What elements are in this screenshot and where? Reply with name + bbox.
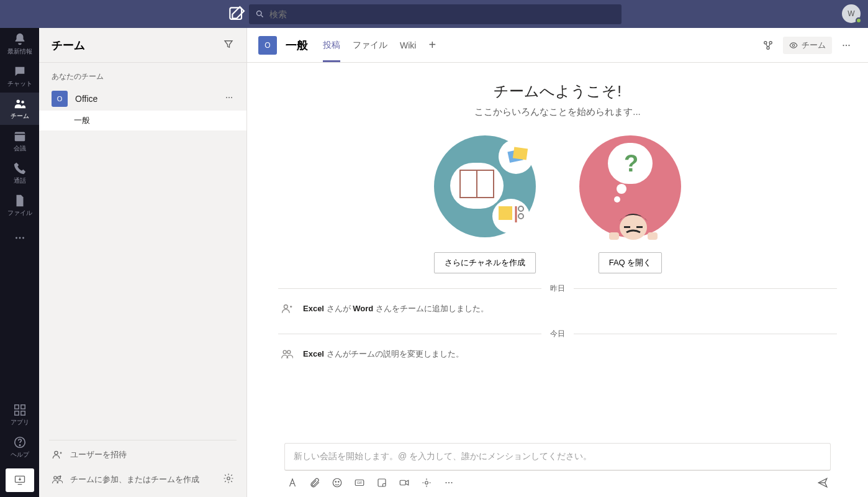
svg-point-20	[58, 476, 61, 479]
teams-panel: チーム あなたのチーム O Office 一般 ユーザーを招待 チームに参加、ま…	[39, 28, 247, 497]
rail-label: チャット	[7, 80, 32, 88]
chat-icon	[13, 65, 27, 78]
svg-point-21	[227, 477, 230, 480]
join-create-team-button[interactable]: チームに参加、またはチームを作成	[39, 467, 246, 492]
download-desktop-button[interactable]	[6, 468, 34, 492]
filter-icon	[223, 39, 234, 50]
svg-point-5	[16, 237, 17, 239]
question-mark-icon: ?	[624, 150, 638, 177]
title-bar: W	[0, 0, 868, 28]
new-chat-button[interactable]	[227, 4, 246, 24]
svg-point-43	[283, 350, 286, 353]
rail-label: 会議	[14, 144, 26, 153]
team-row[interactable]: O Office	[39, 87, 246, 111]
svg-point-3	[21, 101, 24, 103]
svg-point-44	[287, 350, 291, 353]
svg-point-15	[226, 97, 227, 98]
system-message: Excel さんがチームの説明を変更しました。	[278, 344, 837, 364]
svg-point-27	[846, 44, 847, 45]
faq-card: ? FAQ を開く	[579, 135, 681, 273]
rail-more[interactable]	[0, 222, 39, 254]
svg-point-35	[518, 206, 523, 211]
sticker-icon[interactable]	[376, 477, 387, 488]
svg-point-6	[19, 237, 20, 239]
open-faq-button[interactable]: FAQ を開く	[599, 252, 662, 273]
rail-help[interactable]: ヘルプ	[0, 431, 39, 463]
rail-label: チーム	[11, 112, 29, 121]
team-view-button[interactable]: チーム	[783, 37, 832, 54]
format-icon[interactable]	[287, 477, 298, 488]
compose-more-icon[interactable]	[443, 477, 454, 488]
join-create-label: チームに参加、またはチームを作成	[70, 474, 199, 485]
date-divider-yesterday: 昨日	[278, 283, 837, 294]
file-icon	[13, 194, 27, 207]
svg-point-53	[445, 482, 446, 483]
svg-point-28	[848, 44, 849, 45]
channel-more-button[interactable]	[841, 40, 852, 51]
tab-posts[interactable]: 投稿	[323, 29, 340, 62]
channel-tile: O	[258, 36, 277, 55]
invite-users-button[interactable]: ユーザーを招待	[39, 443, 246, 467]
help-icon	[13, 435, 27, 449]
calendar-icon	[13, 129, 27, 143]
svg-point-25	[792, 44, 795, 47]
notebook-icon	[459, 169, 495, 200]
rail-meetings[interactable]: 会議	[0, 125, 39, 157]
team-name: Office	[75, 94, 217, 104]
rail-activity[interactable]: 最新情報	[0, 28, 39, 60]
date-divider-today: 今日	[278, 329, 837, 339]
rail-chat[interactable]: チャット	[0, 60, 39, 93]
create-channel-card: さらにチャネルを作成	[434, 135, 536, 273]
svg-point-55	[451, 482, 452, 483]
svg-point-42	[284, 305, 287, 309]
manage-teams-button[interactable]	[223, 473, 234, 486]
system-message: Excel さんが Word さんをチームに追加しました。	[278, 299, 837, 319]
rail-label: 通話	[14, 176, 26, 185]
svg-point-17	[231, 97, 232, 98]
rail-teams[interactable]: チーム	[0, 93, 39, 125]
svg-point-7	[22, 237, 24, 239]
gif-icon[interactable]: GIF	[354, 477, 365, 488]
panel-header: チーム	[39, 28, 246, 63]
rail-label: ファイル	[7, 209, 32, 217]
svg-point-16	[228, 97, 230, 98]
welcome-title: チームへようこそ!	[278, 81, 837, 101]
tab-files[interactable]: ファイル	[353, 29, 387, 62]
attach-icon[interactable]	[309, 477, 320, 488]
channel-tabs: 投稿 ファイル Wiki +	[323, 29, 436, 62]
svg-rect-8	[14, 405, 18, 409]
join-team-icon	[52, 474, 63, 485]
org-icon[interactable]	[762, 39, 774, 52]
svg-point-2	[16, 100, 20, 104]
channel-title: 一般	[286, 38, 308, 53]
filter-button[interactable]	[223, 39, 234, 52]
create-channel-illustration	[434, 135, 536, 237]
compose-input[interactable]: 新しい会話を開始します。@ を入力して、誰かにメンションしてください。	[284, 443, 831, 471]
svg-point-26	[843, 44, 844, 45]
panel-footer: ユーザーを招待 チームに参加、またはチームを作成	[39, 440, 246, 497]
meet-now-icon[interactable]	[399, 477, 410, 488]
svg-rect-33	[499, 206, 512, 220]
team-more-button[interactable]	[224, 93, 234, 105]
person-add-icon	[281, 303, 293, 315]
team-edit-icon	[281, 348, 293, 360]
rail-files[interactable]: ファイル	[0, 189, 39, 222]
create-channel-button[interactable]: さらにチャネルを作成	[434, 252, 536, 273]
rail-calls[interactable]: 通話	[0, 157, 39, 189]
svg-point-13	[19, 445, 20, 445]
emoji-icon[interactable]	[332, 477, 343, 488]
svg-rect-11	[20, 411, 24, 415]
svg-point-54	[448, 482, 450, 483]
teams-icon	[13, 97, 27, 111]
rail-apps[interactable]: アプリ	[0, 399, 39, 431]
send-button[interactable]	[817, 477, 828, 488]
search-input[interactable]	[269, 9, 615, 19]
tab-wiki[interactable]: Wiki	[400, 29, 416, 62]
svg-rect-51	[400, 480, 405, 485]
add-tab-button[interactable]: +	[428, 38, 436, 52]
person-icon	[605, 204, 661, 241]
svg-point-19	[54, 476, 57, 479]
channel-row-general[interactable]: 一般	[39, 111, 246, 130]
search-box[interactable]	[249, 4, 622, 24]
stream-icon[interactable]	[421, 477, 432, 488]
